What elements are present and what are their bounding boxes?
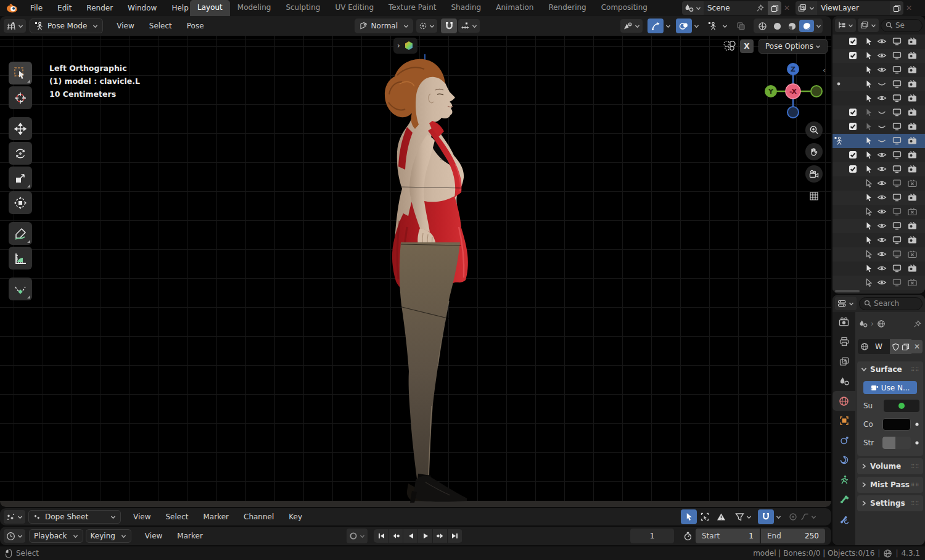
tool-annotate[interactable]	[9, 222, 32, 245]
outliner-h-scrollbar[interactable]	[835, 290, 860, 292]
outliner-row-11[interactable]	[832, 191, 925, 205]
disable-render-icon[interactable]	[908, 193, 917, 202]
timeline-editor-dropdown[interactable]	[4, 529, 25, 543]
frame-end-field[interactable]: End 250	[761, 529, 825, 543]
snap-toggle[interactable]	[441, 19, 457, 33]
surface-shader-button[interactable]	[884, 400, 919, 412]
disable-render-icon[interactable]	[908, 179, 917, 187]
disable-render-icon[interactable]	[908, 264, 917, 273]
shading-rendered-button[interactable]	[799, 20, 814, 32]
disable-viewport-icon[interactable]	[892, 264, 902, 273]
disable-render-icon[interactable]	[908, 51, 917, 60]
perspective-toggle-button[interactable]	[805, 187, 823, 205]
frame-start-field[interactable]: Start 1	[696, 529, 760, 543]
pose-options-popover[interactable]: Pose Options	[758, 39, 828, 54]
chevron-down-icon[interactable]	[722, 23, 728, 29]
hide-eye-closed-icon[interactable]	[877, 108, 887, 117]
dopesheet-mode-dropdown[interactable]: Dope Sheet	[28, 510, 121, 524]
outliner-row-7[interactable]	[832, 134, 925, 148]
jump-to-start-button[interactable]	[374, 529, 388, 543]
disable-render-icon[interactable]	[908, 136, 917, 145]
outliner-display-mode-dropdown[interactable]	[858, 19, 879, 32]
selectable-toggle[interactable]	[865, 80, 873, 89]
mirror-x-butterfly-icon[interactable]	[723, 40, 736, 52]
properties-tab-world[interactable]	[832, 391, 855, 411]
selectable-toggle[interactable]	[865, 108, 873, 117]
collection-checkbox[interactable]	[849, 108, 857, 117]
disable-render-icon[interactable]	[908, 94, 917, 102]
chevron-down-icon[interactable]	[694, 23, 699, 29]
disable-viewport-icon[interactable]	[892, 37, 902, 46]
disable-render-icon[interactable]	[908, 80, 917, 88]
camera-view-button[interactable]	[805, 165, 823, 183]
collection-checkbox[interactable]	[849, 165, 857, 173]
collection-checkbox[interactable]	[849, 150, 857, 159]
selectable-toggle[interactable]	[865, 278, 873, 287]
play-reverse-button[interactable]	[403, 529, 417, 543]
3d-viewport[interactable]: Left Orthographic(1) model : clavicle.L1…	[0, 36, 831, 507]
dopesheet-menu-marker[interactable]: Marker	[196, 509, 236, 525]
shading-solid-button[interactable]	[770, 20, 784, 32]
properties-tab-bone-constraints[interactable]	[832, 509, 855, 529]
panel-grip[interactable]: ⠿⠿	[911, 367, 919, 373]
workspace-tab-layout[interactable]: Layout	[190, 0, 230, 16]
duplicate-icon[interactable]	[902, 343, 910, 351]
character-model[interactable]	[0, 36, 831, 507]
ds-only-errors-button[interactable]	[713, 509, 729, 524]
hide-eye-closed-icon[interactable]	[877, 136, 887, 145]
pivot-point-dropdown[interactable]	[416, 19, 437, 33]
selectable-toggle[interactable]	[865, 150, 873, 160]
disable-render-icon[interactable]	[908, 37, 917, 46]
menu-file[interactable]: File	[23, 0, 50, 16]
object-visibility-dropdown[interactable]	[620, 19, 643, 33]
selectable-toggle[interactable]	[865, 65, 873, 75]
outliner-row-1[interactable]	[832, 49, 925, 63]
panel-settings[interactable]: Settings⠿⠿	[857, 495, 923, 511]
viewlayer-type-dropdown[interactable]	[796, 1, 817, 15]
disable-render-icon[interactable]	[908, 278, 917, 287]
workspace-tab-shading[interactable]: Shading	[443, 0, 488, 16]
selectable-toggle[interactable]	[865, 250, 873, 259]
shading-wireframe-button[interactable]	[755, 20, 770, 32]
disable-viewport-icon[interactable]	[892, 179, 902, 187]
scene-name-field[interactable]: Scene	[704, 1, 768, 15]
disable-viewport-icon[interactable]	[892, 136, 902, 145]
outliner-row-5[interactable]	[832, 105, 925, 120]
current-frame-field[interactable]: 1	[630, 529, 674, 543]
transform-orientation-dropdown[interactable]: Normal	[355, 19, 413, 33]
disable-viewport-icon[interactable]	[892, 51, 902, 60]
selectable-toggle[interactable]	[865, 236, 873, 245]
snap-with-dropdown[interactable]	[458, 19, 480, 33]
active-dot-icon[interactable]	[834, 80, 843, 88]
workspace-tab-rendering[interactable]: Rendering	[541, 0, 593, 16]
show-gizmos-toggle[interactable]	[648, 19, 664, 33]
properties-tab-output[interactable]	[832, 332, 855, 352]
disable-render-icon[interactable]	[908, 236, 917, 244]
hide-eye-icon[interactable]	[877, 221, 887, 230]
tool-rotate[interactable]	[9, 142, 32, 165]
timeline-menu-marker[interactable]: Marker	[170, 528, 210, 544]
outliner-type-dropdown[interactable]	[835, 19, 856, 32]
outliner-row-14[interactable]	[832, 233, 925, 247]
properties-type-dropdown[interactable]	[835, 297, 857, 310]
hide-eye-icon[interactable]	[877, 150, 887, 159]
scene-unlink-button[interactable]: ✕	[781, 1, 792, 15]
chevron-down-icon[interactable]	[816, 23, 821, 29]
disable-viewport-icon[interactable]	[892, 207, 902, 216]
show-overlays-toggle[interactable]	[676, 19, 692, 33]
ds-select-tool-button[interactable]	[681, 509, 697, 524]
disable-viewport-icon[interactable]	[892, 65, 902, 74]
workspace-tab-animation[interactable]: Animation	[488, 0, 541, 16]
selectable-toggle[interactable]	[865, 136, 873, 146]
panel-mist-pass[interactable]: Mist Pass⠿⠿	[857, 477, 923, 493]
outliner-row-15[interactable]	[832, 247, 925, 261]
properties-tab-physics[interactable]	[832, 430, 855, 450]
hide-eye-closed-icon[interactable]	[877, 122, 887, 131]
ds-snap-toggle[interactable]	[758, 509, 774, 524]
outliner-row-6[interactable]	[832, 120, 925, 134]
world-breadcrumb-icon[interactable]	[877, 319, 886, 328]
tool-pose-breakdowner[interactable]	[9, 278, 32, 300]
selectable-toggle[interactable]	[865, 179, 873, 188]
disable-viewport-icon[interactable]	[892, 165, 902, 173]
disable-viewport-icon[interactable]	[892, 193, 902, 202]
